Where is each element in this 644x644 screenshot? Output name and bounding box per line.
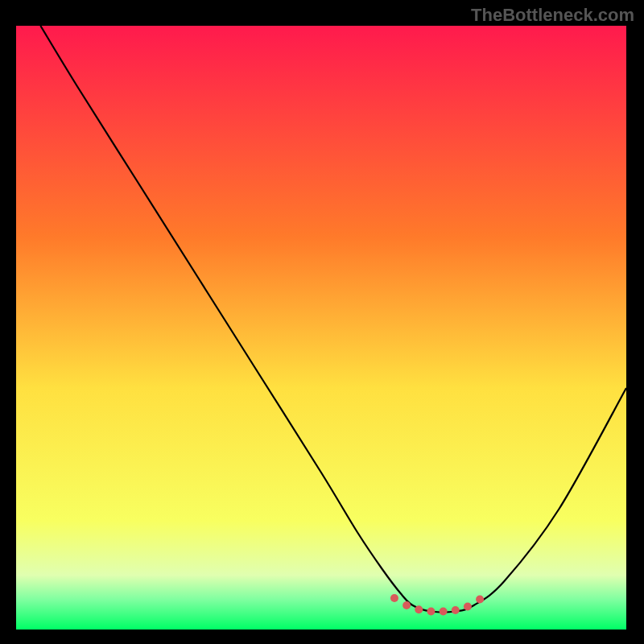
marker-dot: [476, 596, 484, 604]
chart-container: TheBottleneck.com: [0, 0, 644, 644]
marker-dot: [452, 606, 460, 614]
marker-dot: [415, 605, 423, 613]
marker-dot: [464, 603, 472, 611]
marker-dot: [440, 608, 448, 616]
chart-svg: [16, 26, 626, 630]
marker-dot: [390, 594, 398, 602]
marker-dot: [402, 601, 411, 609]
gradient-background: [16, 26, 626, 630]
marker-dot: [427, 608, 435, 616]
plot-area: [16, 26, 626, 630]
watermark-text: TheBottleneck.com: [471, 5, 634, 26]
